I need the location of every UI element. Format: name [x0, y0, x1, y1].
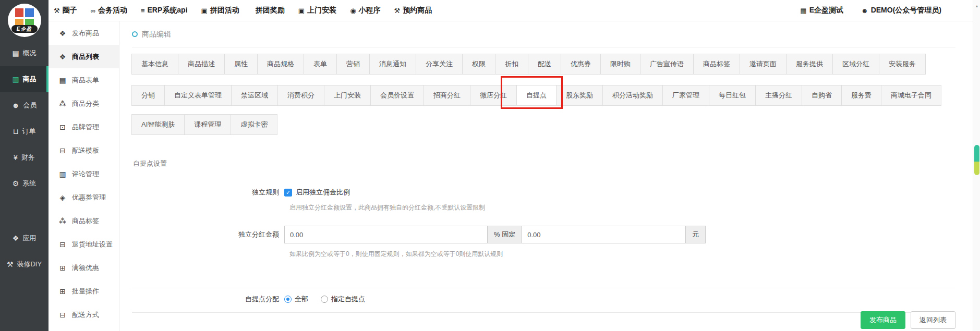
- radio-specified[interactable]: 指定自提点: [321, 295, 365, 304]
- sidebar-item-finance[interactable]: ¥ 财务: [0, 144, 49, 170]
- tab[interactable]: 服务费: [841, 85, 881, 106]
- subsidebar-item-label: 商品列表: [72, 52, 99, 62]
- tab[interactable]: 微店分红: [470, 85, 517, 106]
- sidebar-item-apps[interactable]: ❖ 应用: [0, 225, 49, 251]
- tab[interactable]: 商品标签: [693, 54, 740, 75]
- tab[interactable]: 权限: [462, 54, 495, 75]
- tab[interactable]: 厂家管理: [662, 85, 709, 106]
- enable-commission-label[interactable]: 启用独立佣金比例: [296, 188, 350, 197]
- scroll-up-icon[interactable]: ▲: [973, 4, 980, 8]
- subsidebar-item-label: 配送方式: [72, 310, 99, 320]
- subsidebar-item[interactable]: ⊟ 配送方式: [49, 303, 119, 326]
- tab[interactable]: AI智能测肤: [131, 114, 185, 135]
- tab[interactable]: 自定义表单管理: [164, 85, 232, 106]
- sidebar-item-label: 系统: [22, 179, 36, 188]
- tab[interactable]: 表单: [304, 54, 337, 75]
- tab[interactable]: 区域分红: [832, 54, 879, 75]
- tab[interactable]: 禁运区域: [231, 85, 278, 106]
- tab[interactable]: 配送: [528, 54, 561, 75]
- sidebar-item-goods[interactable]: ▥ 商品: [0, 66, 49, 92]
- sidebar-item-members[interactable]: ☻ 会员: [0, 92, 49, 118]
- tab[interactable]: 营销: [336, 54, 370, 75]
- tab[interactable]: 积分活动奖励: [602, 85, 663, 106]
- subsidebar-item[interactable]: ◈ 优惠券管理: [49, 186, 119, 209]
- subsidebar-item[interactable]: ▤ 商品表单: [49, 68, 119, 92]
- subsidebar-item[interactable]: ⊡ 品牌管理: [49, 115, 119, 139]
- tab[interactable]: 虚拟卡密: [231, 114, 277, 135]
- tab[interactable]: 商城电子合同: [881, 85, 941, 106]
- subsidebar-item-label: 评论管理: [72, 169, 99, 179]
- tab[interactable]: 招商分红: [424, 85, 470, 106]
- sidebar-item-label: 会员: [23, 101, 37, 110]
- scrollbar[interactable]: ▲: [973, 0, 980, 331]
- tab[interactable]: 邀请页面: [740, 54, 787, 75]
- account-user[interactable]: ☻ DEMO(公众号管理员): [861, 6, 941, 15]
- box-icon: ▥: [12, 75, 19, 83]
- percent-fixed-addon: % 固定: [487, 226, 522, 243]
- tab[interactable]: 折扣: [495, 54, 528, 75]
- subsidebar-item[interactable]: ⊟ 配送模板: [49, 139, 119, 162]
- subsidebar-item[interactable]: ⁂ 商品标签: [49, 209, 119, 232]
- tab[interactable]: 自提点: [516, 85, 556, 106]
- nav-erp-api[interactable]: ≡ ERP系统api: [141, 6, 188, 15]
- subsidebar-item[interactable]: ⊞ 满额优惠: [49, 256, 119, 279]
- top-navbar: ⚒ 圈子 ∞ 会务活动 ≡ ERP系统api ▣ 拼团活动 拼团奖励: [49, 0, 973, 21]
- tab[interactable]: 每日红包: [709, 85, 756, 106]
- nav-home-install[interactable]: ▣ 上门安装: [298, 6, 336, 15]
- tab[interactable]: 消费积分: [277, 85, 324, 106]
- subsidebar-item[interactable]: ⊟ 退货地址设置: [49, 232, 119, 256]
- sidebar-item-overview[interactable]: ▤ 概况: [0, 40, 49, 66]
- tab[interactable]: 主播分红: [755, 85, 802, 106]
- nav-group-reward[interactable]: 拼团奖励: [253, 6, 285, 15]
- tab[interactable]: 属性: [224, 54, 258, 75]
- subsidebar-item[interactable]: ▥ 评论管理: [49, 162, 119, 186]
- sidebar-item-system[interactable]: ⚙ 系统: [0, 170, 49, 197]
- sidebar-item-decor-diy[interactable]: ⚒ 装修DIY: [0, 251, 49, 277]
- account-shop[interactable]: ▦ E企盈测试: [800, 6, 843, 15]
- nav-booking-goods[interactable]: ⚒ 预约商品: [394, 6, 432, 15]
- nav-circle[interactable]: ⚒ 圈子: [54, 6, 77, 15]
- tab[interactable]: 分销: [131, 85, 165, 106]
- subsidebar-item[interactable]: ⊞ 批量操作: [49, 279, 119, 303]
- scrollbar-thumb[interactable]: [974, 145, 979, 175]
- tab[interactable]: 消息通知: [369, 54, 416, 75]
- tab[interactable]: 自购省: [802, 85, 842, 106]
- tab[interactable]: 会员价设置: [370, 85, 424, 106]
- tab[interactable]: 限时购: [600, 54, 640, 75]
- nav-mini-program[interactable]: ◉ 小程序: [350, 6, 380, 15]
- subsidebar-item[interactable]: ❖ 商品列表: [49, 45, 119, 68]
- tag-icon: ◈: [58, 193, 67, 202]
- nav-group-buy[interactable]: ▣ 拼团活动: [201, 6, 239, 15]
- tab[interactable]: 基本信息: [131, 54, 178, 75]
- tab[interactable]: 课程管理: [184, 114, 231, 135]
- tab[interactable]: 安装服务: [879, 54, 926, 75]
- back-to-list-button[interactable]: 返回列表: [911, 311, 955, 329]
- tab[interactable]: 商品规格: [257, 54, 304, 75]
- subsidebar-item-label: 发布商品: [72, 29, 99, 38]
- sidebar-item-orders[interactable]: ⊔ 订单: [0, 118, 49, 144]
- nav-meeting[interactable]: ∞ 会务活动: [91, 6, 127, 15]
- tab[interactable]: 上门安装: [324, 85, 371, 106]
- percent-input[interactable]: [284, 226, 488, 243]
- nav-label: 圈子: [63, 6, 77, 15]
- truck-icon: ⊟: [58, 240, 67, 249]
- publish-button[interactable]: 发布商品: [861, 311, 905, 329]
- tab[interactable]: 商品描述: [178, 54, 225, 75]
- tab[interactable]: 广告宣传语: [640, 54, 694, 75]
- divider: [132, 312, 955, 313]
- gavel-icon: ⚒: [54, 7, 60, 15]
- tab[interactable]: 股东奖励: [556, 85, 603, 106]
- subsidebar-item[interactable]: ❖ 发布商品: [49, 21, 119, 45]
- fixed-amount-input[interactable]: [522, 226, 686, 243]
- tab[interactable]: 优惠券: [561, 54, 601, 75]
- tab[interactable]: 服务提供: [786, 54, 833, 75]
- nav-label: 拼团活动: [210, 6, 239, 15]
- radio-all[interactable]: 全部: [284, 295, 308, 304]
- columns-icon: ▥: [58, 170, 67, 178]
- sidebar-item-label: 订单: [22, 127, 35, 136]
- tab[interactable]: 分享关注: [416, 54, 463, 75]
- subsidebar-item[interactable]: ⁂ 商品分类: [49, 92, 119, 115]
- cubes-icon: ❖: [13, 234, 19, 242]
- form-actions: 发布商品 返回列表: [861, 311, 955, 329]
- enable-commission-checkbox[interactable]: ✓: [284, 189, 292, 197]
